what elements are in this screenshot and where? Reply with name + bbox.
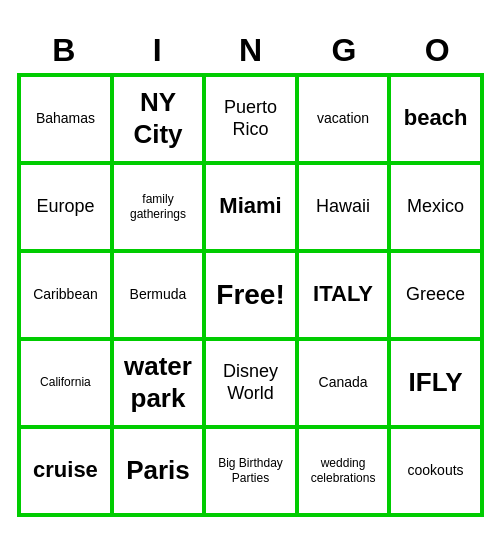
- bingo-row-1: Europefamily gatheringsMiamiHawaiiMexico: [19, 163, 482, 251]
- header-letter-G: G: [297, 28, 390, 73]
- cell-text-0-3: vacation: [317, 110, 369, 127]
- cell-text-3-4: IFLY: [409, 367, 463, 398]
- bingo-cell-4-2: Big Birthday Parties: [204, 427, 297, 515]
- bingo-cell-1-3: Hawaii: [297, 163, 390, 251]
- cell-text-2-0: Caribbean: [33, 286, 98, 303]
- cell-text-4-1: Paris: [126, 455, 190, 486]
- cell-text-0-2: Puerto Rico: [210, 97, 291, 140]
- bingo-cell-4-3: wedding celebrations: [297, 427, 390, 515]
- cell-text-1-4: Mexico: [407, 196, 464, 218]
- cell-text-3-2: Disney World: [210, 361, 291, 404]
- cell-text-4-4: cookouts: [408, 462, 464, 479]
- cell-text-4-3: wedding celebrations: [303, 456, 384, 485]
- cell-text-4-2: Big Birthday Parties: [210, 456, 291, 485]
- bingo-cell-0-4: beach: [389, 75, 482, 163]
- bingo-cell-4-0: cruise: [19, 427, 112, 515]
- cell-text-2-4: Greece: [406, 284, 465, 306]
- bingo-row-3: Californiawater parkDisney WorldCanadaIF…: [19, 339, 482, 427]
- bingo-cell-2-0: Caribbean: [19, 251, 112, 339]
- bingo-header: BINGO: [17, 28, 484, 73]
- bingo-cell-2-2: Free!: [204, 251, 297, 339]
- cell-text-2-3: ITALY: [313, 281, 373, 307]
- bingo-cell-3-1: water park: [112, 339, 205, 427]
- header-letter-B: B: [17, 28, 110, 73]
- cell-text-2-1: Bermuda: [130, 286, 187, 303]
- bingo-row-2: CaribbeanBermudaFree!ITALYGreece: [19, 251, 482, 339]
- header-letter-O: O: [391, 28, 484, 73]
- cell-text-4-0: cruise: [33, 457, 98, 483]
- bingo-cell-4-1: Paris: [112, 427, 205, 515]
- bingo-cell-1-2: Miami: [204, 163, 297, 251]
- cell-text-0-0: Bahamas: [36, 110, 95, 127]
- cell-text-1-3: Hawaii: [316, 196, 370, 218]
- cell-text-3-0: California: [40, 375, 91, 389]
- bingo-row-4: cruiseParisBig Birthday Partieswedding c…: [19, 427, 482, 515]
- header-letter-I: I: [111, 28, 204, 73]
- cell-text-1-0: Europe: [36, 196, 94, 218]
- cell-text-0-1: NY City: [118, 87, 199, 149]
- cell-text-0-4: beach: [404, 105, 468, 131]
- cell-text-1-1: family gatherings: [118, 192, 199, 221]
- bingo-cell-3-2: Disney World: [204, 339, 297, 427]
- cell-text-1-2: Miami: [219, 193, 281, 219]
- bingo-grid: BahamasNY CityPuerto RicovacationbeachEu…: [17, 73, 484, 517]
- bingo-cell-0-0: Bahamas: [19, 75, 112, 163]
- bingo-cell-3-3: Canada: [297, 339, 390, 427]
- bingo-cell-2-3: ITALY: [297, 251, 390, 339]
- bingo-cell-0-2: Puerto Rico: [204, 75, 297, 163]
- bingo-row-0: BahamasNY CityPuerto Ricovacationbeach: [19, 75, 482, 163]
- bingo-cell-4-4: cookouts: [389, 427, 482, 515]
- cell-text-3-3: Canada: [319, 374, 368, 391]
- bingo-cell-0-3: vacation: [297, 75, 390, 163]
- cell-text-2-2: Free!: [216, 278, 284, 312]
- bingo-cell-2-4: Greece: [389, 251, 482, 339]
- bingo-cell-3-0: California: [19, 339, 112, 427]
- bingo-cell-1-1: family gatherings: [112, 163, 205, 251]
- bingo-cell-1-0: Europe: [19, 163, 112, 251]
- cell-text-3-1: water park: [118, 351, 199, 413]
- bingo-cell-2-1: Bermuda: [112, 251, 205, 339]
- bingo-cell-3-4: IFLY: [389, 339, 482, 427]
- bingo-cell-0-1: NY City: [112, 75, 205, 163]
- bingo-cell-1-4: Mexico: [389, 163, 482, 251]
- header-letter-N: N: [204, 28, 297, 73]
